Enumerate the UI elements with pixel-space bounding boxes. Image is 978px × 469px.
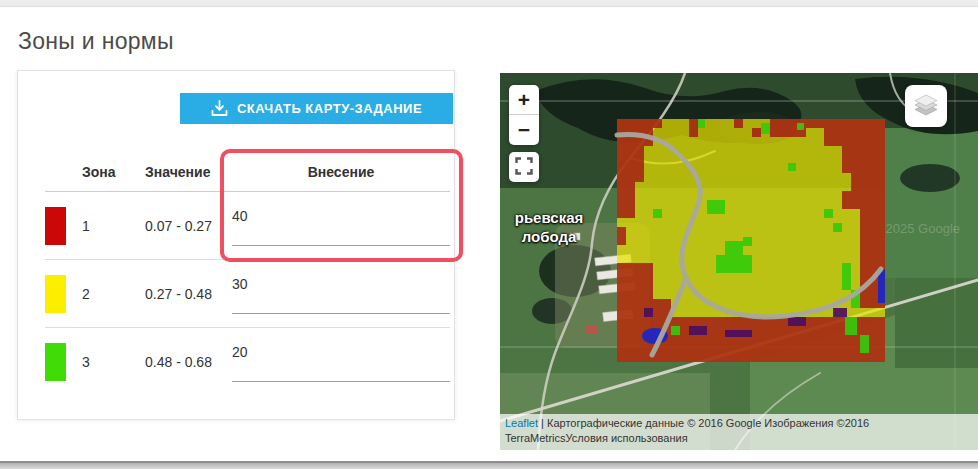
header-zone: Зона bbox=[82, 164, 145, 180]
zoom-in-button[interactable]: + bbox=[509, 85, 539, 115]
zone1-range: 0.07 - 0.27 bbox=[145, 218, 232, 234]
zone1-number: 1 bbox=[82, 218, 145, 234]
page-title: Зоны и нормы bbox=[18, 28, 174, 55]
zone2-application-input[interactable]: 30 bbox=[232, 274, 450, 314]
map[interactable]: 2025 Google рьевская лобода + − Leaflet … bbox=[500, 73, 978, 450]
download-map-task-button[interactable]: СКАЧАТЬ КАРТУ-ЗАДАНИЕ bbox=[180, 93, 453, 124]
zone3-number: 3 bbox=[82, 354, 145, 370]
table-row: 1 0.07 - 0.27 40 bbox=[45, 192, 450, 260]
zones-overlay bbox=[617, 119, 885, 362]
zone1-color-swatch bbox=[45, 207, 66, 245]
top-strip bbox=[0, 0, 978, 7]
zone3-color-swatch bbox=[45, 343, 66, 381]
map-attribution: Leaflet | Картографические данные © 2016… bbox=[500, 414, 978, 450]
bottom-bar bbox=[0, 461, 978, 469]
satellite-map-image bbox=[500, 73, 978, 450]
zone3-range: 0.48 - 0.68 bbox=[145, 354, 232, 370]
zones-panel: СКАЧАТЬ КАРТУ-ЗАДАНИЕ Зона Значение Внес… bbox=[17, 70, 455, 420]
map-zoom-control: + − bbox=[509, 85, 539, 145]
layers-icon bbox=[911, 90, 941, 123]
download-button-label: СКАЧАТЬ КАРТУ-ЗАДАНИЕ bbox=[237, 101, 422, 116]
table-header-row: Зона Значение Внесение bbox=[45, 153, 450, 192]
leaflet-link[interactable]: Leaflet bbox=[505, 417, 538, 429]
table-row: 2 0.27 - 0.48 30 bbox=[45, 260, 450, 328]
zones-table: Зона Значение Внесение 1 0.07 - 0.27 40 … bbox=[45, 153, 450, 396]
zone1-application-input[interactable]: 40 bbox=[232, 206, 450, 246]
table-row: 3 0.48 - 0.68 20 bbox=[45, 328, 450, 396]
terms-link[interactable]: Условия использования bbox=[566, 432, 688, 444]
fullscreen-icon bbox=[515, 157, 533, 178]
zone3-application-input[interactable]: 20 bbox=[232, 342, 450, 382]
layers-button[interactable] bbox=[905, 85, 947, 127]
fullscreen-button[interactable] bbox=[509, 152, 539, 182]
zoom-out-button[interactable]: − bbox=[509, 115, 539, 145]
header-value: Значение bbox=[145, 164, 232, 180]
zone2-number: 2 bbox=[82, 286, 145, 302]
header-application: Внесение bbox=[232, 164, 450, 180]
zone2-range: 0.27 - 0.48 bbox=[145, 286, 232, 302]
download-icon bbox=[211, 100, 228, 117]
zone2-color-swatch bbox=[45, 275, 66, 313]
